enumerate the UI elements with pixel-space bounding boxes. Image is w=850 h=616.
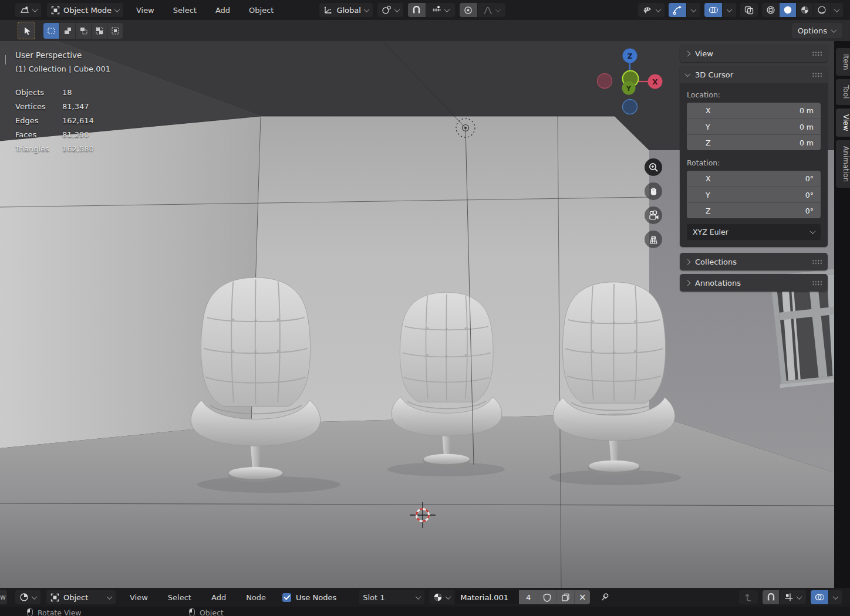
panel-view-header[interactable]: View — [680, 45, 828, 62]
transform-orientation-dropdown[interactable]: Global — [319, 3, 372, 17]
unlink-material-button[interactable]: × — [574, 590, 590, 604]
snap-toggle[interactable] — [408, 3, 426, 17]
viewport-menus: View Select Add Object — [134, 6, 276, 15]
select-mode-set[interactable] — [43, 23, 59, 39]
toolbar-expand-arrow[interactable] — [5, 55, 6, 64]
cursor-rotation-fields: X0° Y0° Z0° — [687, 171, 821, 218]
cursor-location-y[interactable]: Y0 m — [687, 119, 821, 134]
mode-label: Object Mode — [63, 6, 112, 15]
editor-type-selector[interactable] — [15, 3, 41, 17]
snap-with-dropdown[interactable] — [426, 3, 455, 17]
grid-snap-icon — [784, 593, 794, 602]
cursor-location-x[interactable]: X0 m — [687, 103, 821, 119]
options-dropdown[interactable]: Options — [792, 23, 842, 38]
panel-collections-header[interactable]: Collections — [680, 253, 828, 270]
material-browse-dropdown[interactable] — [429, 590, 454, 604]
3d-viewport[interactable]: User Perspective (1) Collection | Cube.0… — [0, 41, 850, 588]
tab-animation[interactable]: Animation — [836, 140, 850, 188]
shading-dropdown[interactable] — [830, 3, 843, 17]
material-name-field[interactable]: Material.001 — [456, 590, 519, 604]
chevron-down-icon — [32, 6, 38, 12]
gizmo-axis-minus-x[interactable] — [598, 74, 612, 89]
menu-add[interactable]: Add — [213, 6, 232, 15]
show-overlays-toggle[interactable] — [704, 3, 722, 17]
perspective-toggle-button[interactable] — [645, 231, 662, 248]
select-mode-subtract[interactable] — [75, 23, 91, 39]
node-snap-with-dropdown[interactable] — [779, 590, 806, 604]
tab-view[interactable]: View — [836, 109, 850, 137]
shading-wireframe-button[interactable] — [762, 3, 779, 17]
shading-rendered-button[interactable] — [813, 3, 830, 17]
camera-icon — [647, 210, 659, 221]
grip-icon[interactable] — [812, 51, 822, 56]
select-extend-icon — [63, 26, 72, 35]
gizmo-axis-minus-z[interactable] — [623, 100, 638, 114]
shield-icon — [543, 593, 551, 602]
viewport-nav-buttons — [645, 158, 662, 248]
pan-button[interactable] — [645, 182, 662, 200]
cursor-rotation-x[interactable]: X0° — [687, 171, 821, 187]
node-snap-toggle[interactable] — [763, 590, 779, 604]
tab-item[interactable]: Item — [836, 48, 850, 76]
zoom-button[interactable] — [645, 158, 662, 176]
menu-object[interactable]: Object — [247, 6, 276, 15]
fake-user-button[interactable] — [538, 590, 556, 604]
menu-view[interactable]: View — [134, 6, 157, 15]
shading-solid-button[interactable] — [779, 3, 796, 17]
select-mode-intersect[interactable] — [107, 23, 123, 39]
menu-add[interactable]: Add — [209, 593, 228, 602]
grip-icon[interactable] — [812, 72, 822, 77]
gizmo-arc-icon — [673, 5, 682, 15]
tab-tool[interactable]: Tool — [836, 79, 850, 104]
gizmo-z-label: Z — [628, 52, 633, 60]
camera-view-button[interactable] — [645, 207, 662, 224]
chevron-down-icon — [446, 594, 451, 600]
grip-icon[interactable] — [812, 280, 822, 286]
navigation-gizmo[interactable]: Z X Y — [596, 48, 663, 115]
object-mode-icon — [51, 6, 60, 15]
cursor-rotation-y[interactable]: Y0° — [687, 187, 821, 202]
use-nodes-toggle[interactable]: Use Nodes — [282, 593, 336, 602]
material-slot-dropdown[interactable]: Slot 1 — [359, 590, 424, 604]
pivot-point-dropdown[interactable] — [377, 3, 403, 17]
chevron-down-icon — [797, 594, 802, 600]
select-mode-invert[interactable] — [91, 23, 107, 39]
menu-node[interactable]: Node — [244, 593, 268, 602]
proportional-editing-toggle[interactable] — [460, 3, 477, 17]
menu-view[interactable]: View — [127, 593, 150, 602]
shader-type-dropdown[interactable]: Object — [46, 590, 116, 604]
cursor-location-z[interactable]: Z0 m — [687, 134, 821, 150]
node-overlays-toggle[interactable] — [811, 590, 828, 604]
grip-icon[interactable] — [812, 259, 822, 265]
pin-icon[interactable] — [599, 592, 610, 603]
panel-collections-title: Collections — [695, 258, 737, 266]
active-tool-tweak[interactable] — [18, 22, 35, 39]
shading-material-button[interactable] — [796, 3, 813, 17]
xray-toggle[interactable] — [740, 3, 758, 17]
gizmos-dropdown[interactable] — [686, 3, 700, 17]
blender-window: Object Mode View Select Add Object Globa… — [0, 0, 850, 616]
editor-type-selector-shader[interactable] — [15, 590, 41, 604]
checkbox-checked-icon[interactable] — [282, 593, 291, 602]
new-material-button[interactable] — [556, 590, 574, 604]
eye-cursor-icon — [642, 6, 653, 14]
panel-annotations-header[interactable]: Annotations — [680, 274, 828, 292]
node-overlays-dropdown[interactable] — [828, 590, 842, 604]
go-to-parent-node-button[interactable] — [739, 590, 758, 604]
overlays-dropdown[interactable] — [722, 3, 736, 17]
mode-dropdown[interactable]: Object Mode — [47, 3, 123, 17]
rotation-mode-dropdown[interactable]: XYZ Euler — [687, 224, 821, 240]
chevron-down-icon — [834, 6, 840, 12]
menu-select[interactable]: Select — [171, 6, 199, 15]
falloff-dropdown[interactable] — [477, 3, 505, 17]
select-invert-icon — [95, 26, 104, 35]
cursor-rotation-z[interactable]: Z0° — [687, 202, 821, 218]
show-gizmos-toggle[interactable] — [669, 3, 686, 17]
node-overlays-group — [811, 590, 842, 604]
visibility-dropdown[interactable] — [638, 3, 665, 17]
floor — [0, 413, 850, 588]
panel-cursor-header[interactable]: 3D Cursor — [680, 66, 828, 83]
material-users-count-button[interactable]: 4 — [519, 590, 538, 604]
select-mode-extend[interactable] — [59, 23, 75, 39]
menu-select[interactable]: Select — [166, 593, 194, 602]
